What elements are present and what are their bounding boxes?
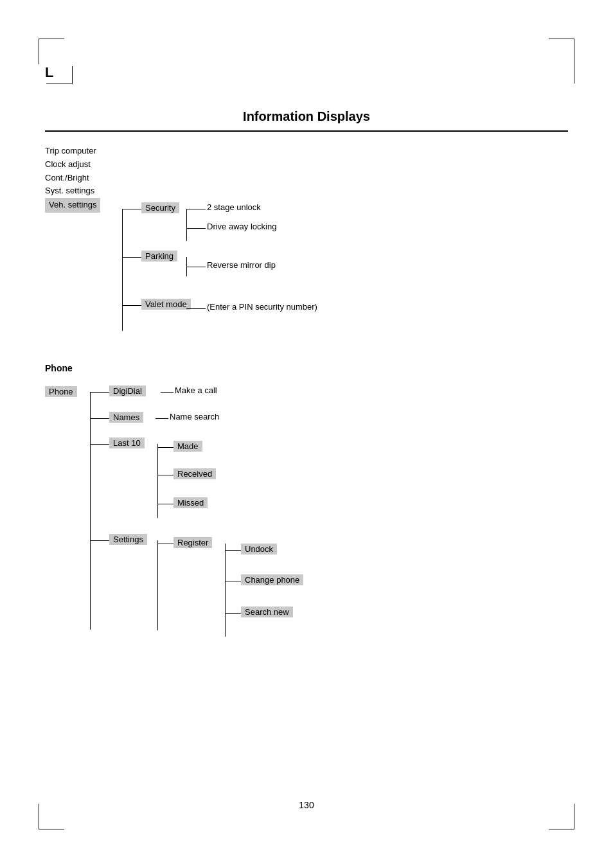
- settings-h: [90, 540, 109, 541]
- menu-item-cont: Cont./Bright: [45, 172, 100, 185]
- valet-note-h: [186, 308, 206, 309]
- settings-v: [157, 540, 158, 630]
- received-h: [157, 475, 173, 475]
- settings-label: Settings: [109, 534, 147, 545]
- phone-section: Phone Phone DigiDial Make a call Names N…: [45, 363, 568, 650]
- page-title: Information Displays: [0, 109, 613, 130]
- received-item: Received: [173, 468, 216, 479]
- menu-item-veh: Veh. settings: [45, 198, 100, 213]
- parking-item: Parking: [141, 251, 177, 261]
- valet-h: [122, 305, 141, 306]
- 2stage-h: [186, 209, 206, 209]
- name-search: Name search: [170, 412, 219, 421]
- names-label: Names: [109, 412, 143, 423]
- veh-settings-section: Trip computer Clock adjust Cont./Bright …: [45, 145, 568, 650]
- corner-top-left-vline: [39, 39, 39, 64]
- left-menu-items: Trip computer Clock adjust Cont./Bright …: [45, 145, 100, 213]
- undock-h: [225, 550, 241, 551]
- driveaway-locking: Drive away locking: [207, 222, 276, 231]
- reverse-mirror: Reverse mirror dip: [207, 260, 276, 270]
- letter-underline-h: [46, 84, 72, 84]
- undock-item: Undock: [241, 544, 277, 554]
- last10-item: Last 10: [109, 438, 145, 448]
- changephone-label: Change phone: [241, 574, 303, 585]
- menu-item-trip: Trip computer: [45, 145, 100, 158]
- settings-item: Settings: [109, 534, 147, 545]
- register-label: Register: [173, 537, 212, 548]
- made-item: Made: [173, 441, 202, 452]
- missed-h: [157, 504, 173, 504]
- makecall-h: [161, 392, 173, 393]
- made-label: Made: [173, 441, 202, 452]
- make-a-call: Make a call: [175, 385, 217, 395]
- reverse-h: [186, 267, 206, 267]
- 2stage-unlock: 2 stage unlock: [207, 202, 261, 212]
- corner-top-right-hline: [549, 39, 574, 39]
- valet-label: Valet mode: [141, 299, 191, 310]
- phone-section-label: Phone: [45, 363, 568, 373]
- changephone-item: Change phone: [241, 574, 303, 585]
- corner-bottom-right-hline: [549, 829, 574, 829]
- page-number: 130: [0, 800, 613, 810]
- security-label: Security: [141, 202, 179, 213]
- phone-root-label: Phone: [45, 386, 77, 397]
- register-item: Register: [173, 537, 212, 548]
- corner-top-left-hline: [39, 39, 64, 39]
- searchnew-label: Search new: [241, 607, 293, 617]
- letter-underline-v: [72, 66, 73, 84]
- corner-top-right-vline: [574, 39, 574, 64]
- names-item: Names: [109, 412, 143, 423]
- last10-h: [90, 444, 109, 445]
- valet-item: Valet mode: [141, 299, 191, 310]
- security-h: [122, 209, 141, 209]
- register-h: [157, 544, 173, 544]
- security-item: Security: [141, 202, 179, 213]
- parking-label: Parking: [141, 251, 177, 261]
- security-v: [186, 209, 187, 241]
- valet-note: (Enter a PIN security number): [207, 302, 317, 312]
- title-rule: [45, 130, 568, 132]
- made-h: [157, 447, 173, 448]
- digidial-item: DigiDial: [109, 385, 146, 396]
- changephone-h: [225, 581, 241, 581]
- driveaway-h: [186, 228, 206, 229]
- register-v: [225, 544, 226, 637]
- searchnew-item: Search new: [241, 607, 293, 617]
- digidial-h: [90, 392, 109, 393]
- menu-item-syst: Syst. settings: [45, 184, 100, 198]
- page-letter: L: [45, 64, 53, 81]
- missed-label: Missed: [173, 497, 208, 508]
- menu-item-clock: Clock adjust: [45, 158, 100, 172]
- last10-label: Last 10: [109, 438, 145, 448]
- missed-item: Missed: [173, 497, 208, 508]
- corner-bottom-left-hline: [39, 829, 64, 829]
- phone-v-main: [90, 392, 91, 630]
- veh-connector-v: [122, 209, 123, 331]
- received-label: Received: [173, 468, 216, 479]
- namesearch-h: [155, 418, 168, 419]
- right-border-vline: [574, 64, 574, 84]
- searchnew-h: [225, 613, 241, 614]
- undock-label: Undock: [241, 544, 277, 554]
- parking-h: [122, 257, 141, 258]
- digidial-label: DigiDial: [109, 385, 146, 396]
- phone-root: Phone: [45, 386, 77, 397]
- names-h: [90, 418, 109, 419]
- last10-v: [157, 444, 158, 518]
